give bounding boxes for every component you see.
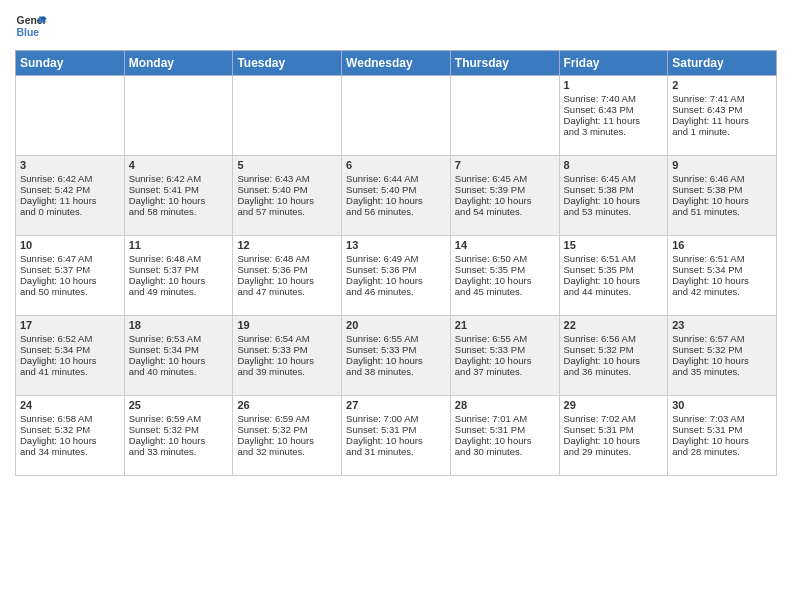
- day-info: Sunset: 5:41 PM: [129, 184, 229, 195]
- calendar-day-header: Friday: [559, 51, 668, 76]
- day-info: Sunset: 5:32 PM: [237, 424, 337, 435]
- day-number: 27: [346, 399, 446, 411]
- day-info: Sunrise: 6:45 AM: [564, 173, 664, 184]
- day-number: 29: [564, 399, 664, 411]
- day-info: and 46 minutes.: [346, 286, 446, 297]
- calendar-day-cell: 2Sunrise: 7:41 AMSunset: 6:43 PMDaylight…: [668, 76, 777, 156]
- day-info: Sunset: 5:35 PM: [564, 264, 664, 275]
- day-info: and 32 minutes.: [237, 446, 337, 457]
- calendar-day-cell: [124, 76, 233, 156]
- calendar-week-row: 1Sunrise: 7:40 AMSunset: 6:43 PMDaylight…: [16, 76, 777, 156]
- day-info: Sunset: 5:34 PM: [672, 264, 772, 275]
- calendar-day-cell: 11Sunrise: 6:48 AMSunset: 5:37 PMDayligh…: [124, 236, 233, 316]
- calendar-day-cell: 9Sunrise: 6:46 AMSunset: 5:38 PMDaylight…: [668, 156, 777, 236]
- day-info: and 37 minutes.: [455, 366, 555, 377]
- page-container: General Blue SundayMondayTuesdayWednesda…: [0, 0, 792, 481]
- header: General Blue: [15, 10, 777, 42]
- day-info: Sunset: 5:37 PM: [20, 264, 120, 275]
- day-info: Daylight: 10 hours: [564, 435, 664, 446]
- day-info: and 41 minutes.: [20, 366, 120, 377]
- day-number: 19: [237, 319, 337, 331]
- calendar-day-cell: 30Sunrise: 7:03 AMSunset: 5:31 PMDayligh…: [668, 396, 777, 476]
- day-info: Sunrise: 6:50 AM: [455, 253, 555, 264]
- day-info: Sunset: 5:31 PM: [672, 424, 772, 435]
- calendar-day-cell: 10Sunrise: 6:47 AMSunset: 5:37 PMDayligh…: [16, 236, 125, 316]
- calendar-day-cell: 21Sunrise: 6:55 AMSunset: 5:33 PMDayligh…: [450, 316, 559, 396]
- calendar-day-cell: 14Sunrise: 6:50 AMSunset: 5:35 PMDayligh…: [450, 236, 559, 316]
- calendar-day-cell: 12Sunrise: 6:48 AMSunset: 5:36 PMDayligh…: [233, 236, 342, 316]
- day-info: Sunrise: 6:51 AM: [672, 253, 772, 264]
- day-number: 16: [672, 239, 772, 251]
- day-number: 4: [129, 159, 229, 171]
- day-info: Daylight: 10 hours: [346, 435, 446, 446]
- calendar-day-header: Saturday: [668, 51, 777, 76]
- day-info: Sunrise: 6:43 AM: [237, 173, 337, 184]
- calendar-day-cell: [16, 76, 125, 156]
- day-info: and 31 minutes.: [346, 446, 446, 457]
- calendar-day-cell: 26Sunrise: 6:59 AMSunset: 5:32 PMDayligh…: [233, 396, 342, 476]
- day-info: Sunrise: 6:59 AM: [129, 413, 229, 424]
- day-info: Daylight: 10 hours: [455, 275, 555, 286]
- day-info: Sunrise: 6:45 AM: [455, 173, 555, 184]
- day-info: and 0 minutes.: [20, 206, 120, 217]
- day-info: and 45 minutes.: [455, 286, 555, 297]
- calendar-day-cell: 28Sunrise: 7:01 AMSunset: 5:31 PMDayligh…: [450, 396, 559, 476]
- day-info: and 38 minutes.: [346, 366, 446, 377]
- day-number: 26: [237, 399, 337, 411]
- calendar-day-cell: [450, 76, 559, 156]
- day-info: and 34 minutes.: [20, 446, 120, 457]
- day-number: 13: [346, 239, 446, 251]
- day-info: Sunset: 5:31 PM: [455, 424, 555, 435]
- calendar-day-cell: 15Sunrise: 6:51 AMSunset: 5:35 PMDayligh…: [559, 236, 668, 316]
- day-info: Sunrise: 6:47 AM: [20, 253, 120, 264]
- day-number: 20: [346, 319, 446, 331]
- day-info: Sunrise: 6:57 AM: [672, 333, 772, 344]
- day-info: Sunrise: 7:41 AM: [672, 93, 772, 104]
- day-number: 6: [346, 159, 446, 171]
- day-number: 17: [20, 319, 120, 331]
- day-number: 15: [564, 239, 664, 251]
- day-info: Daylight: 10 hours: [455, 355, 555, 366]
- day-info: and 56 minutes.: [346, 206, 446, 217]
- day-info: and 1 minute.: [672, 126, 772, 137]
- day-info: Sunrise: 7:03 AM: [672, 413, 772, 424]
- day-info: Daylight: 10 hours: [20, 275, 120, 286]
- day-info: Sunrise: 6:49 AM: [346, 253, 446, 264]
- calendar-day-cell: 16Sunrise: 6:51 AMSunset: 5:34 PMDayligh…: [668, 236, 777, 316]
- day-info: Sunrise: 6:55 AM: [346, 333, 446, 344]
- day-info: Daylight: 10 hours: [237, 195, 337, 206]
- day-info: Sunset: 5:33 PM: [346, 344, 446, 355]
- calendar-day-cell: 6Sunrise: 6:44 AMSunset: 5:40 PMDaylight…: [342, 156, 451, 236]
- day-info: Daylight: 11 hours: [564, 115, 664, 126]
- day-info: Sunrise: 7:01 AM: [455, 413, 555, 424]
- day-number: 22: [564, 319, 664, 331]
- day-info: Sunrise: 7:40 AM: [564, 93, 664, 104]
- day-info: Sunrise: 6:56 AM: [564, 333, 664, 344]
- day-info: Sunset: 5:32 PM: [129, 424, 229, 435]
- calendar-day-cell: 17Sunrise: 6:52 AMSunset: 5:34 PMDayligh…: [16, 316, 125, 396]
- day-info: and 30 minutes.: [455, 446, 555, 457]
- day-info: Sunrise: 6:55 AM: [455, 333, 555, 344]
- day-info: Daylight: 10 hours: [455, 435, 555, 446]
- day-info: Daylight: 10 hours: [237, 275, 337, 286]
- day-info: Daylight: 10 hours: [20, 435, 120, 446]
- day-number: 3: [20, 159, 120, 171]
- day-number: 25: [129, 399, 229, 411]
- day-info: Sunrise: 6:54 AM: [237, 333, 337, 344]
- calendar-day-cell: 1Sunrise: 7:40 AMSunset: 6:43 PMDaylight…: [559, 76, 668, 156]
- day-info: Sunrise: 6:52 AM: [20, 333, 120, 344]
- day-info: Daylight: 10 hours: [564, 275, 664, 286]
- day-info: Daylight: 11 hours: [672, 115, 772, 126]
- day-number: 10: [20, 239, 120, 251]
- day-info: and 50 minutes.: [20, 286, 120, 297]
- day-number: 28: [455, 399, 555, 411]
- day-info: Sunset: 5:40 PM: [346, 184, 446, 195]
- day-info: Sunrise: 6:42 AM: [20, 173, 120, 184]
- day-info: Sunrise: 6:58 AM: [20, 413, 120, 424]
- day-info: Sunset: 5:37 PM: [129, 264, 229, 275]
- calendar-day-cell: [342, 76, 451, 156]
- day-info: and 42 minutes.: [672, 286, 772, 297]
- calendar-day-cell: 20Sunrise: 6:55 AMSunset: 5:33 PMDayligh…: [342, 316, 451, 396]
- day-info: Daylight: 10 hours: [346, 195, 446, 206]
- day-number: 1: [564, 79, 664, 91]
